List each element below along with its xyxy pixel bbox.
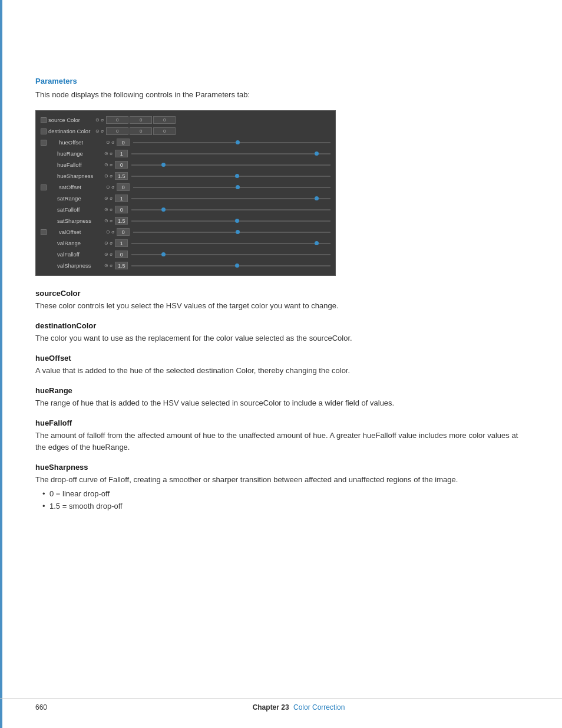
param-row-satRange: satRange ⊙ σ 1 (41, 193, 330, 204)
slider-valFalloff[interactable] (131, 251, 330, 259)
checkbox-satOffset[interactable] (41, 185, 47, 190)
slider-valOffset[interactable] (133, 228, 330, 236)
desc-title-hueFalloff: hueFalloff (35, 419, 527, 427)
icons-hueRange: ⊙ σ (104, 151, 113, 156)
checkbox-destinationColor[interactable] (41, 129, 47, 134)
icons-valSharpness: ⊙ σ (104, 263, 113, 268)
color-b-sourceColor[interactable]: 0 (153, 116, 176, 124)
param-row-satSharpness: satSharpness ⊙ σ 1.5 (41, 216, 330, 226)
page-number: 660 (35, 703, 71, 711)
desc-text-hueRange: The range of hue that is added to the HS… (35, 397, 527, 409)
left-bar (0, 0, 2, 728)
color-b-destinationColor[interactable]: 0 (153, 127, 176, 135)
desc-title-destinationColor: destinationColor (35, 321, 527, 330)
color-g-sourceColor[interactable]: 0 (130, 116, 152, 124)
desc-title-hueOffset: hueOffset (35, 354, 527, 363)
desc-title-hueSharpness: hueSharpness (35, 463, 527, 472)
param-row-valRange: valRange ⊙ σ 1 (41, 238, 330, 249)
label-satSharpness: satSharpness (57, 218, 104, 224)
label-valRange: valRange (57, 240, 104, 246)
icons-valOffset: ⊙ σ (106, 229, 114, 235)
content-area: Parameters This node displays the follow… (35, 0, 527, 513)
param-row-hueFalloff: hueFalloff ⊙ σ 0 (41, 160, 330, 170)
icons-sourceColor: ⊙ σ (95, 117, 104, 123)
slider-hueFalloff[interactable] (131, 161, 330, 169)
param-row-hueRange: hueRange ⊙ σ 1 (41, 149, 330, 159)
section-heading: Parameters (35, 77, 527, 85)
param-row-satFalloff: satFalloff ⊙ σ 0 (41, 205, 330, 215)
slider-hueSharpness[interactable] (131, 172, 330, 180)
param-row-hueSharpness: hueSharpness ⊙ σ 1.5 (41, 171, 330, 182)
param-row-valSharpness: valSharpness ⊙ σ 1.5 (41, 261, 330, 271)
slider-satFalloff[interactable] (131, 206, 330, 214)
page: Parameters This node displays the follow… (0, 0, 562, 728)
param-row-satOffset: satOffset ⊙ σ 0 (41, 182, 330, 193)
icons-satOffset: ⊙ σ (106, 185, 114, 190)
label-hueFalloff: hueFalloff (57, 162, 104, 168)
label-valFalloff: valFalloff (57, 251, 104, 258)
chapter-link: Color Correction (293, 703, 345, 711)
value-hueOffset[interactable]: 0 (117, 139, 130, 146)
param-row-sourceColor: source Color ⊙ σ 0 0 0 (41, 115, 330, 126)
value-valFalloff[interactable]: 0 (115, 251, 128, 258)
desc-text-hueOffset: A value that is added to the hue of the … (35, 365, 527, 377)
label-satRange: satRange (57, 195, 104, 202)
label-valSharpness: valSharpness (57, 262, 104, 269)
label-satFalloff: satFalloff (57, 206, 104, 213)
color-inputs-destinationColor: 0 0 0 (106, 127, 176, 135)
bullet-1: 1.5 = smooth drop-off (42, 500, 527, 513)
chapter-label: Chapter 23 (253, 703, 289, 711)
param-row-destinationColor: destination Color ⊙ σ 0 0 0 (41, 126, 330, 137)
section-intro: This node displays the following control… (35, 89, 527, 101)
color-inputs-sourceColor: 0 0 0 (106, 116, 176, 124)
color-g-destinationColor[interactable]: 0 (130, 127, 152, 135)
slider-satSharpness[interactable] (131, 217, 330, 225)
desc-text-sourceColor: These color controls let you select the … (35, 300, 527, 312)
label-valOffset: valOffset (59, 229, 106, 235)
value-valSharpness[interactable]: 1.5 (115, 262, 128, 269)
icons-valRange: ⊙ σ (104, 241, 113, 246)
slider-satOffset[interactable] (133, 183, 330, 192)
param-row-hueOffset: hueOffset ⊙ σ 0 (41, 137, 330, 148)
icons-satFalloff: ⊙ σ (104, 207, 113, 212)
page-footer: 660 Chapter 23 Color Correction (0, 698, 562, 711)
desc-text-hueSharpness: The drop-off curve of Falloff, creating … (35, 474, 527, 486)
icons-valFalloff: ⊙ σ (104, 252, 113, 257)
value-hueRange[interactable]: 1 (115, 150, 128, 157)
desc-text-hueFalloff: The amount of falloff from the affected … (35, 430, 527, 453)
value-satRange[interactable]: 1 (115, 195, 128, 202)
value-satSharpness[interactable]: 1.5 (115, 217, 128, 225)
slider-hueOffset[interactable] (133, 139, 330, 147)
icons-hueSharpness: ⊙ σ (104, 173, 113, 179)
value-hueSharpness[interactable]: 1.5 (115, 172, 128, 180)
value-valOffset[interactable]: 0 (117, 228, 130, 236)
checkbox-valOffset[interactable] (41, 229, 47, 235)
param-row-valFalloff: valFalloff ⊙ σ 0 (41, 249, 330, 260)
desc-title-hueRange: hueRange (35, 386, 527, 395)
param-row-valOffset: valOffset ⊙ σ 0 (41, 227, 330, 238)
label-destinationColor: destination Color (48, 128, 95, 134)
bullet-0: 0 = linear drop-off (42, 488, 527, 500)
slider-hueRange[interactable] (131, 150, 330, 158)
label-sourceColor: source Color (48, 117, 95, 123)
footer-chapter: Chapter 23 Color Correction (71, 703, 527, 711)
slider-satRange[interactable] (131, 195, 330, 203)
value-valRange[interactable]: 1 (115, 239, 128, 247)
checkbox-sourceColor[interactable] (41, 117, 47, 123)
label-hueRange: hueRange (57, 150, 104, 157)
icons-hueFalloff: ⊙ σ (104, 162, 113, 167)
checkbox-hueOffset[interactable] (41, 140, 47, 146)
slider-valRange[interactable] (131, 239, 330, 248)
label-satOffset: satOffset (59, 184, 106, 190)
value-satOffset[interactable]: 0 (117, 183, 130, 191)
slider-valSharpness[interactable] (131, 262, 330, 270)
params-panel: source Color ⊙ σ 0 0 0 destination Color… (35, 110, 336, 276)
color-r-destinationColor[interactable]: 0 (106, 127, 128, 135)
value-satFalloff[interactable]: 0 (115, 206, 128, 213)
value-hueFalloff[interactable]: 0 (115, 161, 128, 169)
desc-text-destinationColor: The color you want to use as the replace… (35, 332, 527, 344)
color-r-sourceColor[interactable]: 0 (106, 116, 128, 124)
icons-hueOffset: ⊙ σ (106, 140, 114, 145)
hueSharpness-bullets: 0 = linear drop-off 1.5 = smooth drop-of… (42, 488, 527, 513)
label-hueSharpness: hueSharpness (57, 173, 104, 179)
